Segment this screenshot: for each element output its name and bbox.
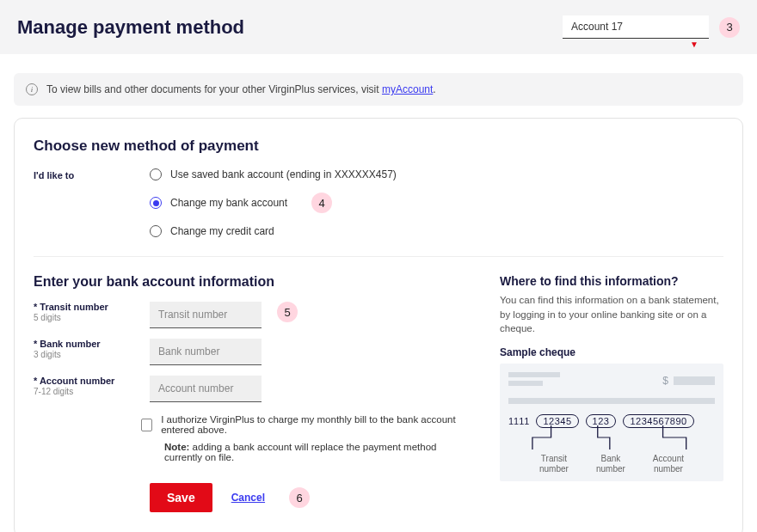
step-badge-3: 3 bbox=[719, 17, 740, 38]
bank-form: Enter your bank account information * Tr… bbox=[34, 274, 474, 512]
action-row: Save Cancel 6 bbox=[150, 483, 474, 512]
account-select[interactable] bbox=[563, 15, 709, 39]
radio-change-bank[interactable]: Change my bank account 4 bbox=[150, 193, 397, 213]
authorize-text: I authorize VirginPlus to charge my mont… bbox=[161, 414, 474, 435]
radio-icon bbox=[150, 225, 162, 237]
radio-label: Use saved bank account (ending in XXXXXX… bbox=[170, 168, 397, 180]
cheque-transit-pill: 12345 bbox=[536, 414, 578, 428]
chevron-down-icon: ▼ bbox=[690, 40, 699, 49]
bank-label: * Bank number bbox=[34, 339, 150, 349]
step-badge-6: 6 bbox=[289, 487, 310, 508]
cheque-amount-placeholder: $ bbox=[662, 375, 715, 387]
sample-cheque: $ 1111 12345 123 1234567890 Tr bbox=[500, 364, 723, 481]
payment-card: Choose new method of payment I'd like to… bbox=[14, 118, 743, 532]
transit-hint: 5 digits bbox=[34, 313, 150, 322]
transit-input[interactable] bbox=[150, 302, 262, 328]
myaccount-link[interactable]: myAccount bbox=[382, 83, 433, 95]
radio-icon bbox=[150, 168, 162, 180]
info-banner-suffix: . bbox=[433, 83, 435, 95]
page-title: Manage payment method bbox=[17, 16, 244, 39]
save-button[interactable]: Save bbox=[150, 483, 212, 512]
cheque-micr-row: 1111 12345 123 1234567890 bbox=[508, 414, 715, 428]
info-banner-text: To view bills and other documents for yo… bbox=[46, 83, 436, 95]
cheque-account-label: Account number bbox=[653, 454, 684, 474]
payment-method-radio-group: Use saved bank account (ending in XXXXXX… bbox=[150, 168, 397, 237]
dollar-sign-icon: $ bbox=[662, 375, 668, 387]
cheque-bank-pill: 123 bbox=[586, 414, 617, 428]
step-badge-4: 4 bbox=[311, 193, 332, 213]
bank-form-title: Enter your bank account information bbox=[34, 274, 474, 290]
radio-change-card[interactable]: Change my credit card bbox=[150, 225, 397, 237]
info-banner-prefix: To view bills and other documents for yo… bbox=[46, 83, 382, 95]
account-hint: 7-12 digits bbox=[34, 387, 150, 396]
transit-label: * Transit number bbox=[34, 302, 150, 312]
bank-hint: 3 digits bbox=[34, 350, 150, 359]
transit-field-row: * Transit number 5 digits 5 bbox=[34, 302, 474, 328]
note-label: Note: bbox=[164, 442, 189, 452]
cheque-transit-label: Transit number bbox=[539, 454, 569, 474]
authorize-checkbox[interactable] bbox=[141, 419, 152, 431]
sample-cheque-title: Sample cheque bbox=[500, 346, 723, 358]
radio-label: Change my credit card bbox=[170, 225, 274, 237]
choose-title: Choose new method of payment bbox=[34, 138, 723, 155]
cheque-address-placeholder bbox=[508, 372, 560, 389]
note-text: adding a bank account will replace the p… bbox=[164, 442, 436, 462]
page-header: Manage payment method ▼ 3 bbox=[0, 0, 757, 54]
account-field-row: * Account number 7-12 digits bbox=[34, 376, 474, 402]
authorize-row: I authorize VirginPlus to charge my mont… bbox=[141, 414, 474, 435]
help-title: Where to find this information? bbox=[500, 274, 723, 288]
account-input[interactable] bbox=[150, 376, 262, 402]
info-icon: i bbox=[26, 83, 38, 95]
cheque-micr-labels: Transit number Bank number Account numbe… bbox=[508, 454, 715, 474]
note-row: Note: adding a bank account will replace… bbox=[164, 442, 474, 462]
cheque-prefix: 1111 bbox=[508, 416, 529, 426]
info-banner: i To view bills and other documents for … bbox=[14, 73, 743, 106]
radio-saved-account[interactable]: Use saved bank account (ending in XXXXXX… bbox=[150, 168, 397, 180]
divider bbox=[34, 256, 723, 257]
help-body: You can find this information on a bank … bbox=[500, 293, 723, 336]
cheque-line-placeholder bbox=[508, 398, 715, 404]
radio-label: Change my bank account bbox=[170, 197, 287, 209]
cheque-account-pill: 1234567890 bbox=[623, 414, 693, 428]
help-panel: Where to find this information? You can … bbox=[500, 274, 723, 512]
choose-lead-label: I'd like to bbox=[34, 168, 150, 180]
bank-input[interactable] bbox=[150, 339, 262, 365]
bank-field-row: * Bank number 3 digits bbox=[34, 339, 474, 365]
choose-row: I'd like to Use saved bank account (endi… bbox=[34, 168, 723, 237]
account-label: * Account number bbox=[34, 376, 150, 386]
cheque-bank-label: Bank number bbox=[596, 454, 625, 474]
cancel-link[interactable]: Cancel bbox=[231, 492, 265, 504]
step-badge-5: 5 bbox=[277, 302, 298, 322]
radio-icon bbox=[150, 197, 162, 209]
